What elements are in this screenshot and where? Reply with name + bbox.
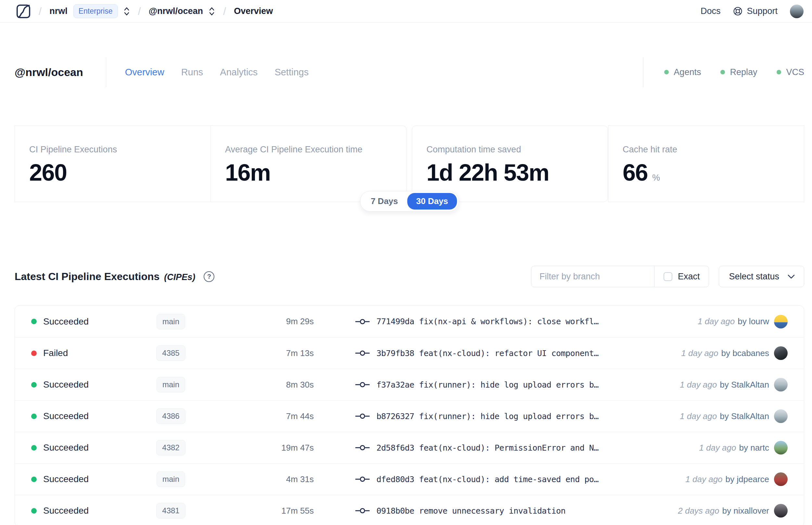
org-plan-badge: Enterprise (73, 4, 118, 18)
author: by lourw (738, 316, 769, 327)
status-dot-icon (720, 70, 725, 74)
breadcrumb: / nrwl Enterprise / @nrwl/ocean / Overvi… (16, 4, 273, 19)
branch-cell: 4382 (128, 440, 213, 455)
time-ago: 2 days ago (678, 506, 719, 516)
time-ago: 1 day ago (698, 316, 735, 327)
workspace-tab[interactable]: Analytics (220, 67, 258, 78)
stat-label: Average CI Pipeline Execution time (225, 145, 400, 155)
status-dot-icon (31, 382, 37, 388)
author-cell: 1 day ago by jdpearce (685, 472, 788, 486)
branch-cell: 4381 (128, 503, 213, 519)
time-ago: 1 day ago (685, 474, 722, 484)
breadcrumb-workspace[interactable]: @nrwl/ocean (149, 6, 203, 16)
execution-status: Succeeded (31, 316, 128, 327)
execution-status: Succeeded (31, 379, 128, 390)
page-title: @nrwl/ocean (15, 66, 83, 79)
author-cell: 1 day ago by StalkAltan (680, 378, 788, 391)
execution-row[interactable]: Succeeded 4381 17m 55s 0918b0be remove u… (15, 495, 804, 525)
author-avatar (774, 472, 788, 486)
stat-cards: CI Pipeline Executions 260 Average CI Pi… (15, 125, 804, 202)
executions-title-abbr: (CIPEs) (164, 272, 195, 282)
status-select-dropdown[interactable]: Select status (719, 266, 804, 287)
help-icon[interactable]: ? (204, 271, 214, 282)
service-status-list: Agents Replay VCS (664, 67, 804, 77)
exact-checkbox[interactable] (663, 272, 672, 281)
support-link[interactable]: Support (733, 6, 778, 16)
branch-badge: 4382 (156, 440, 185, 455)
workspace-tab[interactable]: Settings (274, 67, 309, 78)
execution-row[interactable]: Succeeded main 4m 31s dfed80d3 feat(nx-c… (15, 463, 804, 495)
org-switcher-icon[interactable] (123, 6, 130, 17)
status-dot-icon (31, 350, 37, 356)
exact-match-toggle[interactable]: Exact (655, 272, 709, 282)
branch-filter-group: Exact (531, 266, 709, 287)
author-avatar (774, 409, 788, 423)
date-range-toggle: 7 Days 30 Days (360, 191, 459, 211)
execution-status: Succeeded (31, 506, 128, 516)
stat-label: Cache hit rate (623, 145, 797, 155)
nx-cloud-logo-icon[interactable] (16, 4, 31, 19)
nav-actions: Docs Support (701, 4, 803, 18)
author-cell: 1 day ago by lourw (698, 315, 788, 328)
service-label: Agents (674, 67, 701, 77)
execution-row[interactable]: Succeeded 4382 19m 47s 2d58f6d3 feat(nx-… (15, 432, 804, 463)
service-status-link[interactable]: Replay (720, 67, 757, 77)
time-ago: 1 day ago (681, 348, 718, 358)
status-label: Succeeded (43, 411, 89, 421)
status-dot-icon (664, 70, 669, 74)
status-dot-icon (31, 445, 37, 451)
stat-card: Average CI Pipeline Execution time 16m (211, 125, 407, 202)
duration: 7m 44s (213, 411, 314, 421)
commit-hash-message: 2d58f6d3 feat(nx-cloud): PermissionError… (377, 443, 599, 452)
commit-cell: dfed80d3 feat(nx-cloud): add time-saved … (355, 475, 677, 484)
branch-badge: 4381 (156, 503, 185, 519)
branch-filter-input[interactable] (531, 266, 654, 287)
workspace-switcher-icon[interactable] (208, 6, 215, 17)
top-nav: / nrwl Enterprise / @nrwl/ocean / Overvi… (0, 0, 812, 23)
date-range-button[interactable]: 30 Days (407, 193, 457, 210)
lifebuoy-icon (733, 6, 743, 16)
git-commit-icon (355, 412, 370, 420)
status-label: Succeeded (43, 379, 89, 390)
service-status-link[interactable]: Agents (664, 67, 701, 77)
duration: 7m 13s (213, 348, 314, 358)
executions-title: Latest CI Pipeline Executions (CIPEs) (15, 271, 195, 283)
git-commit-icon (355, 444, 370, 452)
duration: 4m 31s (213, 474, 314, 484)
docs-link[interactable]: Docs (701, 6, 721, 16)
execution-row[interactable]: Succeeded main 9m 29s 771499da fix(nx-ap… (15, 306, 804, 337)
execution-row[interactable]: Succeeded 4386 7m 44s b8726327 fix(runne… (15, 400, 804, 432)
execution-row[interactable]: Succeeded main 8m 30s f37a32ae fix(runne… (15, 369, 804, 400)
commit-cell: f37a32ae fix(runner): hide log upload er… (355, 380, 672, 390)
user-avatar[interactable] (790, 4, 803, 18)
git-commit-icon (355, 318, 370, 326)
stat-value: 16m (225, 159, 400, 186)
author-avatar (774, 441, 788, 454)
date-range-button[interactable]: 7 Days (362, 193, 407, 210)
commit-hash-message: 0918b0be remove unnecessary invalidation (377, 506, 566, 515)
author: by jdpearce (725, 474, 769, 484)
workspace-tabs: Overview Runs Analytics Settings (125, 67, 309, 78)
author-avatar (774, 346, 788, 360)
workspace-tab[interactable]: Runs (181, 67, 203, 78)
stat-value: 260 (29, 159, 204, 186)
breadcrumb-org[interactable]: nrwl (49, 6, 67, 16)
breadcrumb-separator: / (138, 5, 141, 17)
service-status-link[interactable]: VCS (777, 67, 804, 77)
execution-row[interactable]: Failed 4385 7m 13s 3b79fb38 feat(nx-clou… (15, 337, 804, 369)
time-ago: 1 day ago (680, 380, 717, 390)
commit-cell: 2d58f6d3 feat(nx-cloud): PermissionError… (355, 443, 691, 452)
status-dot-icon (31, 477, 37, 482)
git-commit-icon (355, 507, 370, 515)
status-label: Succeeded (43, 506, 89, 516)
commit-hash-message: 771499da fix(nx-api & workflows): close … (377, 317, 599, 326)
author-cell: 1 day ago by nartc (699, 441, 788, 454)
branch-badge: 4385 (156, 345, 185, 361)
stats-section: CI Pipeline Executions 260 Average CI Pi… (15, 125, 804, 202)
author: by bcabanes (721, 348, 769, 358)
stat-card: Cache hit rate 66% (608, 125, 804, 202)
status-label: Succeeded (43, 474, 89, 484)
workspace-tab[interactable]: Overview (125, 67, 164, 78)
stat-card: Computation time saved 1d 22h 53m (412, 125, 608, 202)
branch-cell: main (128, 314, 213, 329)
